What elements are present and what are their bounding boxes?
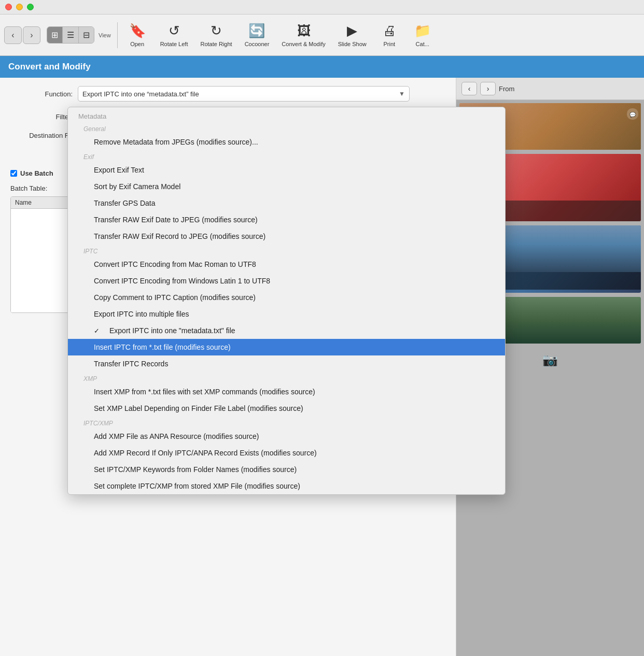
rotate-left-label: Rotate Left: [160, 41, 188, 47]
function-dropdown[interactable]: Metadata General Remove Metadata from JP…: [67, 107, 506, 495]
cocooner-button[interactable]: 🔄 Cocooner: [240, 20, 275, 50]
slideshow-button[interactable]: ▶ Slide Show: [333, 20, 372, 50]
speech-bubble-icon: 💬: [629, 112, 636, 118]
app-header-title: Convert and Modify: [8, 62, 91, 72]
filter-label: Filter:: [10, 113, 73, 121]
catalog-label: Cat...: [416, 41, 429, 47]
view-button-group: ⊞ ☰ ⊟: [47, 26, 94, 44]
dropdown-item-transfer-iptc-records[interactable]: Transfer IPTC Records: [68, 355, 505, 372]
cocooner-icon: 🔄: [248, 23, 265, 39]
dropdown-item-insert-iptc[interactable]: Insert IPTC from *.txt file (modifies so…: [68, 339, 505, 355]
camera-icon: 📷: [542, 353, 558, 367]
dropdown-item-remove-metadata[interactable]: Remove Metadata from JPEGs (modifies sou…: [68, 134, 505, 150]
dropdown-item-set-iptc-keywords[interactable]: Set IPTC/XMP Keywords from Folder Names …: [68, 461, 505, 478]
dropdown-item-set-complete-iptc[interactable]: Set complete IPTC/XMP from stored XMP Fi…: [68, 478, 505, 494]
function-label: Function:: [10, 90, 73, 98]
checkmark-icon: ✓: [94, 327, 105, 335]
close-button[interactable]: [5, 4, 12, 10]
dropdown-item-insert-xmp[interactable]: Insert XMP from *.txt files with set XMP…: [68, 383, 505, 400]
rotate-right-icon: ↻: [211, 23, 222, 39]
toolbar-separator-1: [117, 22, 118, 48]
slideshow-label: Slide Show: [338, 41, 367, 47]
main-content: Function: Export IPTC into one “metadata…: [0, 78, 644, 656]
dropdown-item-convert-iptc-mac[interactable]: Convert IPTC Encoding from Mac Roman to …: [68, 256, 505, 273]
title-bar: [0, 0, 644, 15]
dropdown-item-sort-exif-camera[interactable]: Sort by Exif Camera Model: [68, 178, 505, 195]
back-button[interactable]: ‹: [4, 26, 22, 44]
dropdown-item-transfer-gps[interactable]: Transfer GPS Data: [68, 195, 505, 211]
subcategory-xmp: XMP: [68, 372, 505, 383]
nav-group: ‹ ›: [4, 26, 40, 44]
rotate-right-label: Rotate Right: [200, 41, 232, 47]
dropdown-item-set-xmp-label[interactable]: Set XMP Label Depending on Finder File L…: [68, 400, 505, 417]
cocooner-label: Cocooner: [245, 41, 270, 47]
toolbar: ‹ › ⊞ ☰ ⊟ View 🔖 Open ↺ Rotate Left ↻ Ro…: [0, 15, 644, 56]
dropdown-item-convert-iptc-win[interactable]: Convert IPTC Encoding from Windows Latin…: [68, 273, 505, 289]
use-batch-label: Use Batch: [20, 169, 53, 177]
maximize-button[interactable]: [27, 4, 34, 10]
batch-table-column-name: Name: [15, 199, 32, 206]
print-icon: 🖨: [383, 23, 396, 39]
view-strip-button[interactable]: ⊟: [79, 27, 94, 43]
rotate-right-button[interactable]: ↻ Rotate Right: [195, 20, 237, 50]
subcategory-general: General: [68, 122, 505, 134]
dropdown-item-export-iptc-one[interactable]: ✓ Export IPTC into one "metadata.txt" fi…: [68, 322, 505, 339]
print-label: Print: [383, 41, 395, 47]
view-label: View: [99, 32, 111, 38]
convert-modify-button[interactable]: 🖼 Convert & Modify: [276, 20, 330, 50]
function-select-value: Export IPTC into one “metadata.txt” file: [82, 90, 199, 98]
category-metadata: Metadata: [68, 107, 505, 122]
subcategory-exif: Exif: [68, 150, 505, 162]
view-grid-button[interactable]: ⊞: [47, 27, 63, 43]
dropdown-item-export-iptc-one-label: Export IPTC into one "metadata.txt" file: [109, 326, 235, 335]
right-nav-forward-button[interactable]: ›: [480, 82, 496, 95]
function-row: Function: Export IPTC into one “metadata…: [10, 86, 445, 102]
right-nav: ‹ › From: [456, 78, 644, 100]
catalog-icon: 📁: [414, 23, 431, 39]
open-button[interactable]: 🔖 Open: [122, 20, 153, 50]
dropdown-item-add-xmp-record[interactable]: Add XMP Record If Only IPTC/ANPA Record …: [68, 445, 505, 461]
right-nav-back-button[interactable]: ‹: [461, 82, 477, 95]
from-label: From: [499, 85, 514, 93]
rotate-left-button[interactable]: ↺ Rotate Left: [155, 20, 193, 50]
use-batch-checkbox[interactable]: [10, 170, 17, 177]
dropdown-item-transfer-raw-exif-date[interactable]: Transfer RAW Exif Date to JPEG (modifies…: [68, 211, 505, 228]
print-button[interactable]: 🖨 Print: [374, 20, 405, 50]
catalog-button[interactable]: 📁 Cat...: [407, 20, 438, 50]
dropdown-item-copy-comment[interactable]: Copy Comment to IPTC Caption (modifies s…: [68, 289, 505, 306]
chevron-down-icon: ▼: [399, 90, 405, 97]
left-panel: Function: Export IPTC into one “metadata…: [0, 78, 456, 656]
slideshow-icon: ▶: [347, 23, 357, 39]
open-label: Open: [130, 41, 144, 47]
destination-folder-label: Destination Fo: [10, 132, 73, 139]
app-header: Convert and Modify: [0, 56, 644, 78]
function-select[interactable]: Export IPTC into one “metadata.txt” file…: [78, 86, 410, 102]
forward-button[interactable]: ›: [23, 26, 40, 44]
subcategory-iptc: IPTC: [68, 245, 505, 256]
dropdown-item-export-exif-text[interactable]: Export Exif Text: [68, 162, 505, 178]
dropdown-content: Metadata General Remove Metadata from JP…: [68, 107, 505, 494]
subcategory-iptc-xmp: IPTC/XMP: [68, 417, 505, 428]
open-icon: 🔖: [129, 23, 146, 39]
minimize-button[interactable]: [16, 4, 23, 10]
convert-modify-icon: 🖼: [297, 23, 311, 39]
rotate-left-icon: ↺: [169, 23, 180, 39]
dropdown-item-export-iptc-multiple[interactable]: Export IPTC into multiple files: [68, 306, 505, 322]
dropdown-item-add-xmp-file[interactable]: Add XMP File as ANPA Resource (modifies …: [68, 428, 505, 445]
view-list-button[interactable]: ☰: [63, 27, 79, 43]
convert-modify-label: Convert & Modify: [282, 41, 325, 47]
dropdown-item-transfer-raw-exif-record[interactable]: Transfer RAW Exif Record to JPEG (modifi…: [68, 228, 505, 245]
